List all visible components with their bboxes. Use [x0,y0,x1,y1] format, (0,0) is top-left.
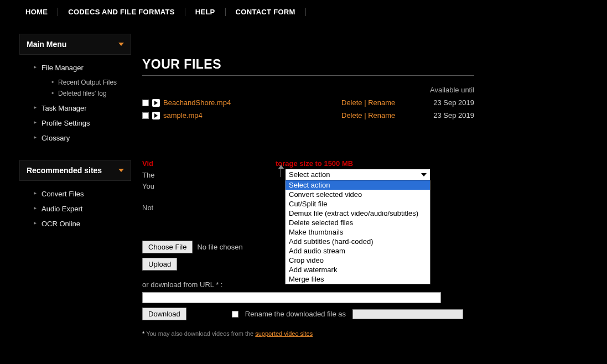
sidebar-item[interactable]: Profile Settings [34,116,131,131]
upload-button[interactable]: Upload [142,258,177,271]
available-until-header: Available until [142,86,474,94]
warning-title: Vid……………………………………………torage size to 1500 … [142,159,474,168]
select-dropdown: Select actionConvert selected videoCut/S… [285,180,430,284]
file-date: 23 Sep 2019 [408,111,474,119]
file-checkbox[interactable] [142,112,149,119]
top-nav: HOMECODECS AND FILE FORMATSHELPCONTACT F… [0,0,607,24]
download-button[interactable]: Download [142,308,186,320]
sidebar: Main Menu File ManagerRecent Output File… [0,24,131,337]
sidebar-item[interactable]: Glossary [34,131,131,145]
choose-file-button[interactable]: Choose File [142,241,193,253]
select-option[interactable]: Select action [286,180,430,190]
sidebar-subitem[interactable]: Recent Output Files [51,77,131,88]
main-content: YOUR FILES Available until BeachandShore… [131,24,607,337]
delete-link[interactable]: Delete [341,111,362,119]
rename-link[interactable]: Rename [368,111,395,119]
select-option[interactable]: Demux file (extract video/audio/subtitle… [286,209,430,218]
delete-link[interactable]: Delete [341,98,362,107]
select-option[interactable]: Convert selected video [286,190,430,199]
supported-sites-link[interactable]: supported video sites [255,330,313,337]
file-row: sample.mp4Delete | Rename23 Sep 2019 [142,111,474,119]
rename-input[interactable] [352,309,463,319]
rename-label: Rename the downloaded file as [245,310,346,318]
file-date: 23 Sep 2019 [408,98,474,107]
page-title: YOUR FILES [142,57,590,72]
topnav-item[interactable]: CONTACT FORM [226,8,306,16]
select-value: Select action [289,170,330,179]
rename-link[interactable]: Rename [368,98,395,107]
title-divider [142,75,474,76]
select-option[interactable]: Add subtitles (hard-coded) [286,237,430,246]
file-row: BeachandShore.mp4Delete | Rename23 Sep 2… [142,98,474,107]
topnav-item[interactable]: CODECS AND FILE FORMATS [58,8,185,16]
file-checkbox[interactable] [142,100,149,106]
main-menu-header[interactable]: Main Menu [19,34,131,55]
select-option[interactable]: Delete selected files [286,218,430,227]
select-option[interactable]: Merge files [286,274,430,284]
topnav-item[interactable]: HELP [185,8,226,16]
caret-down-icon [118,43,124,46]
rename-checkbox[interactable] [232,311,238,318]
dropdown-caret-icon [421,173,427,176]
sidebar-item[interactable]: Audio Expert [34,201,131,216]
file-name-link[interactable]: BeachandShore.mp4 [163,98,231,107]
play-icon[interactable] [152,112,160,119]
select-head[interactable]: Select action [285,169,430,180]
select-option[interactable]: Crop video [286,256,430,265]
arrow-up-icon [278,164,285,176]
select-option[interactable]: Cut/Split file [286,199,430,209]
sidebar-item[interactable]: Convert Files [34,186,131,201]
sidebar-subitem[interactable]: Deleted files' log [51,88,131,99]
no-file-label: No file chosen [197,243,242,251]
sidebar-item[interactable]: OCR Online [34,216,131,231]
sidebar-item[interactable]: File Manager [34,60,131,75]
play-icon[interactable] [152,99,160,107]
footnote: * You may also download videos from the … [142,330,590,337]
file-name-link[interactable]: sample.mp4 [163,111,203,119]
main-menu-title: Main Menu [27,40,66,49]
recommended-header[interactable]: Recommended sites [19,160,131,181]
recommended-title: Recommended sites [27,166,102,175]
select-option[interactable]: Add audio stream [286,246,430,256]
topnav-item[interactable]: HOME [25,8,58,16]
download-url-input[interactable] [142,292,441,303]
action-select[interactable]: Select action Select actionConvert selec… [285,169,430,284]
select-option[interactable]: Add watermark [286,265,430,274]
sidebar-item[interactable]: Task Manager [34,101,131,116]
select-option[interactable]: Make thumbnails [286,227,430,237]
caret-down-icon [118,169,124,172]
